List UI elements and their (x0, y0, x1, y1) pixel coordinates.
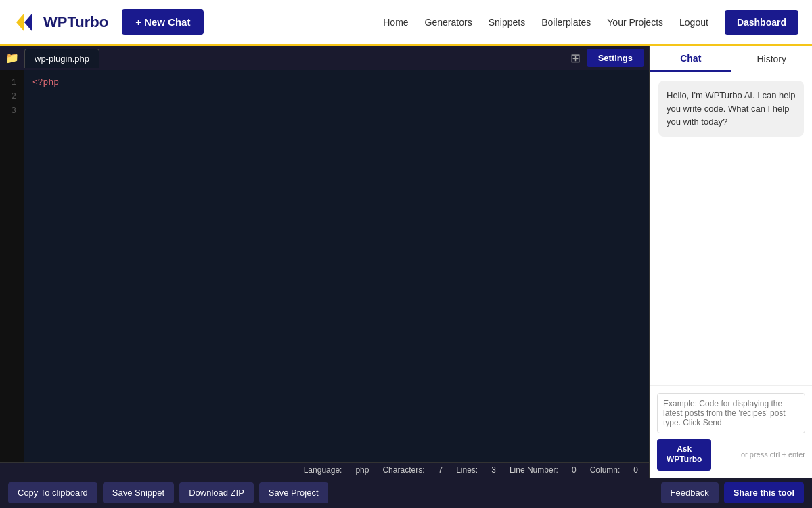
line-number: 3 (8, 104, 16, 119)
copy-to-clipboard-button[interactable]: Copy To clipboard (8, 482, 97, 503)
main-nav: Home Generators Snippets Boilerplates Yo… (383, 10, 798, 35)
line-number: 1 (8, 76, 16, 90)
nav-your-projects[interactable]: Your Projects (607, 17, 663, 28)
bottom-bar: Copy To clipboard Save Snippet Download … (0, 478, 812, 508)
chat-body: Hello, I'm WPTurbo AI. I can help you wr… (650, 72, 812, 385)
tab-history[interactable]: History (731, 46, 813, 72)
add-tab-button[interactable]: ⊞ (566, 49, 585, 67)
language-label: Language: (304, 465, 342, 475)
dashboard-button[interactable]: Dashboard (725, 10, 798, 35)
ctrl-hint: or press ctrl + enter (741, 450, 805, 459)
save-snippet-button[interactable]: Save Snippet (103, 482, 174, 503)
column-label: Column: (590, 465, 621, 475)
right-panel: Chat History Hello, I'm WPTurbo AI. I ca… (650, 46, 812, 478)
editor-tab-wp-plugin[interactable]: wp-plugin.php (24, 49, 99, 68)
nav-logout[interactable]: Logout (679, 17, 708, 28)
chat-input-footer: Ask WPTurbo or press ctrl + enter (657, 439, 805, 471)
code-line-3 (32, 104, 641, 119)
logo-text: WPTurbo (43, 14, 108, 31)
chat-input[interactable] (657, 393, 805, 433)
main-area: 📁 wp-plugin.php ⊞ Settings 1 2 3 <?php L… (0, 46, 812, 478)
download-zip-button[interactable]: Download ZIP (179, 482, 254, 503)
folder-icon[interactable]: 📁 (5, 51, 19, 64)
share-tool-button[interactable]: Share this tool (724, 482, 804, 503)
code-editor[interactable]: <?php (24, 70, 649, 462)
save-project-button[interactable]: Save Project (259, 482, 328, 503)
line-number-label: Line Number: (510, 465, 558, 475)
ai-greeting-bubble: Hello, I'm WPTurbo AI. I can help you wr… (658, 81, 804, 137)
chat-input-area: Ask WPTurbo or press ctrl + enter (650, 385, 812, 478)
logo[interactable]: WPTurbo (14, 10, 108, 35)
nav-generators[interactable]: Generators (425, 17, 472, 28)
code-line-1: <?php (32, 76, 641, 90)
right-panel-tabs: Chat History (650, 46, 812, 72)
nav-home[interactable]: Home (383, 17, 408, 28)
line-number: 2 (8, 90, 16, 104)
language-value: php (355, 465, 369, 475)
nav-snippets[interactable]: Snippets (489, 17, 525, 28)
settings-button[interactable]: Settings (587, 49, 644, 67)
editor-tabs: 📁 wp-plugin.php ⊞ Settings (0, 46, 649, 70)
feedback-button[interactable]: Feedback (661, 482, 719, 503)
line-numbers: 1 2 3 (0, 70, 24, 462)
characters-value: 7 (438, 465, 443, 475)
editor-body: 1 2 3 <?php (0, 70, 649, 462)
nav-boilerplates[interactable]: Boilerplates (541, 17, 591, 28)
status-bar: Language: php Characters: 7 Lines: 3 Lin… (0, 462, 649, 478)
logo-icon (14, 10, 38, 35)
header: WPTurbo + New Chat Home Generators Snipp… (0, 0, 812, 46)
lines-value: 3 (491, 465, 496, 475)
ask-wpturbo-button[interactable]: Ask WPTurbo (657, 439, 711, 471)
code-line-2 (32, 90, 641, 104)
characters-label: Characters: (382, 465, 424, 475)
lines-label: Lines: (456, 465, 478, 475)
column-value: 0 (633, 465, 638, 475)
new-chat-button[interactable]: + New Chat (122, 9, 204, 35)
line-number-value: 0 (572, 465, 577, 475)
svg-marker-1 (24, 13, 32, 32)
editor-panel: 📁 wp-plugin.php ⊞ Settings 1 2 3 <?php L… (0, 46, 650, 478)
tab-chat[interactable]: Chat (650, 46, 731, 72)
svg-marker-0 (16, 13, 24, 32)
header-left: WPTurbo + New Chat (14, 9, 204, 35)
